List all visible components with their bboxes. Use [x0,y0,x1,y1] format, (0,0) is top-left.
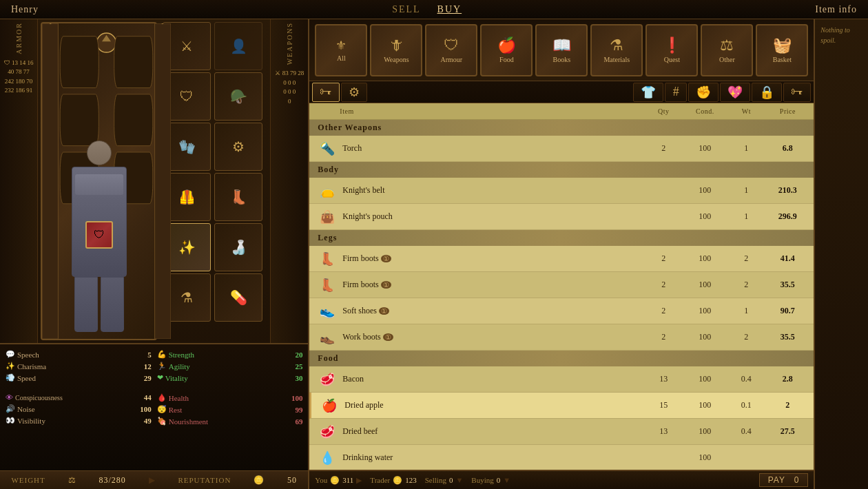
item-qty: 2 [643,280,684,290]
section-legs: Legs [309,230,814,246]
trader-value: 123 [405,476,417,484]
equip-slot-10[interactable]: 🍶 [214,223,262,271]
equip-slot-9[interactable]: ✨ [163,223,211,271]
item-condition: 100 [684,306,725,316]
item-dried-apple[interactable]: 🍎 Dried apple 15 100 0.1 2 [309,393,814,419]
item-weight: 2 [725,280,767,290]
item-qty: 2 [643,143,684,154]
filter-tab-key2[interactable]: 🗝 [783,83,811,102]
stat-health: 🩸 Health 100 [157,393,303,402]
item-qty: 13 [643,426,684,437]
stat-noise: 🔊 Noise 100 [6,404,152,413]
item-name: Knight's belt [340,185,643,196]
cat-all[interactable]: ⚜ All [315,24,367,76]
equip-slot-7[interactable]: 🦺 [163,173,211,221]
item-price: 35.5 [767,332,808,342]
combat-stats-col: 💪 Strength 20 🏃 Agility 25 ❤ Vitality 30… [157,350,303,465]
item-price: 210.3 [767,185,808,196]
reputation-label: REPUTATION [178,476,231,484]
weight-label: WEIGHT [11,476,45,484]
cat-other[interactable]: ⚖ Other [701,24,753,76]
item-name: Firm boots ① [340,280,643,290]
item-soft-shoes[interactable]: 👟 Soft shoes ① 2 100 1 90.7 [309,298,814,324]
equip-slot-1[interactable]: ⚔ [163,22,211,70]
item-icon: 👜 [315,209,340,225]
buying-info: Buying 0 ▼ [471,476,510,484]
item-dried-beef[interactable]: 🥩 Dried beef 13 100 0.4 27.5 [309,419,814,445]
item-bacon[interactable]: 🥩 Bacon 13 100 0.4 2.8 [309,366,814,393]
item-qty: 2 [643,332,684,342]
item-condition: 100 [684,143,725,154]
player-name: Henry [11,4,39,15]
cat-armour[interactable]: 🛡 Armour [425,24,477,76]
stat-strength: 💪 Strength 20 [157,350,303,359]
item-knights-belt[interactable]: 👝 Knight's belt 100 1 210.3 [309,178,814,204]
filter-tab-lock[interactable]: 🔒 [752,83,782,102]
svg-rect-4 [60,37,99,88]
item-qty: 2 [643,253,684,264]
cat-books[interactable]: 📖 Books [535,24,588,76]
cat-basket[interactable]: 🧺 Basket [756,24,808,76]
item-icon: 👞 [315,330,340,345]
item-weight: 1 [725,143,767,154]
item-condition: 100 [684,452,725,463]
filter-tab-heart[interactable]: 💖 [720,83,750,102]
cat-materials[interactable]: ⚗ Materials [590,24,643,76]
item-price: 27.5 [767,426,808,437]
filter-tab-hash[interactable]: # [665,83,687,102]
item-weight: 1 [725,211,767,222]
stats-panel: 💬 Speech 5 ✨ Charisma 12 💨 Speed 29 👁 Co… [0,343,308,470]
filter-tab-2[interactable]: ⚙ [341,83,367,102]
sell-tab[interactable]: SELL [392,4,420,15]
item-drinking-water[interactable]: 💧 Drinking water 100 [309,445,814,470]
buy-tab[interactable]: BUY [437,4,462,15]
cat-weapons[interactable]: 🗡 Weapons [370,24,422,76]
item-name: Dried apple [342,400,643,410]
filter-tab-all[interactable]: 🗝 [312,83,340,102]
stat-charisma: ✨ Charisma 12 [6,362,152,371]
filter-tab-fist[interactable]: ✊ [688,83,719,102]
armor-sidebar: ARMOR 🛡 13 14 16 40 78 77 242 180 70 232… [0,19,38,343]
equip-slot-6[interactable]: ⚙ [214,123,262,171]
item-work-boots[interactable]: 👞 Work boots ① 2 100 2 35.5 [309,324,814,351]
svg-rect-8 [114,94,153,146]
item-condition: 100 [684,332,725,342]
equip-slot-4[interactable]: 🪖 [214,72,262,121]
selling-label: Selling [425,476,446,484]
svg-rect-5 [60,94,99,146]
pay-button[interactable]: PAY 0 [759,473,809,487]
trader-info: Trader 🪙 123 [370,476,416,485]
item-list[interactable]: Other Weapons 🔦 Torch 2 100 1 6.8 Body 👝… [309,120,814,470]
portrait-area: 🛡 [41,22,157,340]
item-icon: 👟 [315,304,340,319]
item-icon: 👝 [315,183,340,198]
item-price: 2.8 [767,374,808,384]
weapons-label: WEAPONS [286,22,293,65]
cat-quest[interactable]: ❗ Quest [645,24,698,76]
left-panel: ARMOR 🛡 13 14 16 40 78 77 242 180 70 232… [0,19,309,489]
svg-point-2 [96,33,116,52]
equip-slot-5[interactable]: 🧤 [163,123,211,171]
item-knights-pouch[interactable]: 👜 Knight's pouch 100 1 296.9 [309,204,814,230]
item-price: 296.9 [767,211,808,222]
equip-slot-12[interactable]: 💊 [214,273,262,322]
item-weight: 2 [725,253,767,264]
equip-slot-8[interactable]: 👢 [214,173,262,221]
item-price: 41.4 [767,253,808,264]
stat-speech: 💬 Speech 5 [6,350,152,359]
equip-slot-2[interactable]: 👤 [214,22,262,70]
item-firm-boots-2[interactable]: 👢 Firm boots ① 2 100 2 35.5 [309,272,814,298]
armor-label: ARMOR [15,22,23,54]
filter-tab-shirt[interactable]: 👕 [633,83,663,102]
item-torch[interactable]: 🔦 Torch 2 100 1 6.8 [309,136,814,162]
item-weight: 0.1 [725,400,767,410]
main-layout: ARMOR 🛡 13 14 16 40 78 77 242 180 70 232… [0,19,868,489]
equip-slot-3[interactable]: 🛡 [163,72,211,121]
you-info: You 🪙 311 ▶ [315,476,362,485]
item-icon: 🥩 [315,372,340,387]
item-weight: 1 [725,185,767,196]
item-firm-boots-1[interactable]: 👢 Firm boots ① 2 100 2 41.4 [309,246,814,272]
equip-slot-11[interactable]: ⚗ [163,273,211,322]
cat-food[interactable]: 🍎 Food [480,24,533,76]
armor-nums: 🛡 13 14 16 40 78 77 242 180 70 232 186 9… [4,59,34,96]
